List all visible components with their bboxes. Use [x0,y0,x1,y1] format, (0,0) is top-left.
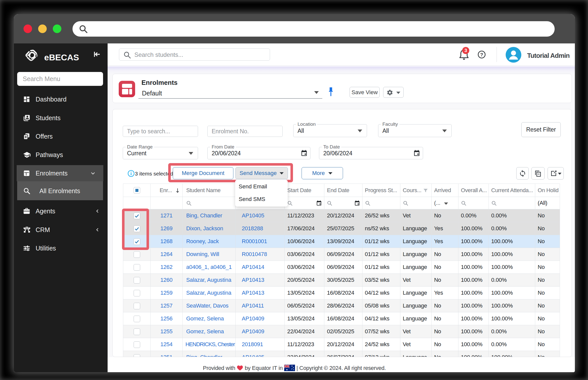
svg-text:?: ? [480,52,483,57]
